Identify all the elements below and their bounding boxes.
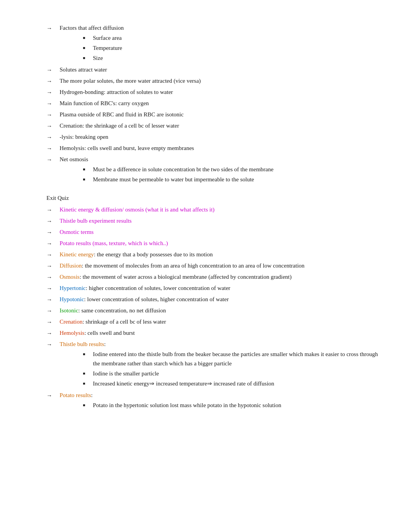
list-item: → The more polar solutes, the more water…	[46, 76, 379, 86]
sub-list: ■ Potato in the hypertonic solution lost…	[83, 401, 379, 410]
arrow-icon: →	[46, 155, 57, 164]
list-item: → Osmosis: the movement of water across …	[46, 272, 379, 282]
list-item: → Potato results (mass, texture, which i…	[46, 239, 379, 248]
sub-list-item: ■ Size	[83, 53, 379, 63]
list-item: → Crenation: the shrinkage of a cell bc …	[46, 121, 379, 131]
term-thistle-bulb-results: Thistle bulb results	[60, 341, 104, 347]
arrow-icon: →	[46, 110, 57, 119]
content-area: → Factors that affect diffusion ■ Surfac…	[46, 23, 379, 411]
sub-list-item: ■ Iodine is the smaller particle	[83, 369, 379, 378]
arrow-icon: →	[46, 295, 57, 304]
arrow-icon: →	[46, 76, 57, 86]
term-kinetic-energy: Kinetic energy	[60, 251, 94, 257]
term-hemolysis: Hemolysis	[60, 330, 84, 336]
arrow-icon: →	[46, 216, 57, 226]
bullet-icon: ■	[83, 53, 91, 61]
sub-list: ■ Surface area ■ Temperature ■ Size	[83, 33, 379, 63]
sub-list-item: ■ Must be a difference in solute concent…	[83, 165, 379, 174]
list-item: → Thistle bulb results: ■ Iodine entered…	[46, 339, 379, 389]
sub-list-item: ■ Surface area	[83, 33, 379, 43]
exit-quiz-section: Exit Quiz → Kinetic energy & diffusion/ …	[46, 193, 379, 411]
sub-list-item: ■ Increased kinetic energy⇒ increased te…	[83, 379, 379, 388]
arrow-icon: →	[46, 250, 57, 259]
arrow-icon: →	[46, 205, 57, 215]
arrow-icon: →	[46, 65, 57, 75]
list-item: → Hypotonic: lower concentration of solu…	[46, 295, 379, 304]
bullet-icon: ■	[83, 33, 91, 41]
top-section: → Factors that affect diffusion ■ Surfac…	[46, 23, 379, 185]
arrow-icon: →	[46, 339, 57, 349]
arrow-icon: →	[46, 143, 57, 153]
arrow-icon: →	[46, 272, 57, 282]
list-item: → Plasma outside of RBC and fluid in RBC…	[46, 110, 379, 119]
term-potato-results: Potato results	[60, 392, 91, 398]
bullet-icon: ■	[83, 379, 91, 387]
list-item: → Hemolysis: cells swell and burst	[46, 328, 379, 338]
arrow-icon: →	[46, 390, 57, 400]
item-text: Thistle bulb results: ■ Iodine entered i…	[60, 339, 379, 389]
list-item: → Main function of RBC's: carry oxygen	[46, 99, 379, 108]
list-item: → Diffusion: the movement of molecules f…	[46, 261, 379, 271]
bullet-icon: ■	[83, 43, 91, 51]
term-osmosis: Osmosis	[60, 274, 80, 280]
item-text: Factors that affect diffusion ■ Surface …	[60, 23, 379, 63]
sub-list-item: ■ Membrane must be permeable to water bu…	[83, 175, 379, 184]
sub-list-item: ■ Potato in the hypertonic solution lost…	[83, 401, 379, 410]
exit-quiz-label: Exit Quiz	[46, 193, 379, 203]
bullet-icon: ■	[83, 369, 91, 377]
sub-list: ■ Iodine entered into the thistle bulb f…	[83, 350, 379, 388]
bullet-icon: ■	[83, 401, 91, 408]
term-hypertonic: Hypertonic	[60, 285, 86, 291]
list-item: → -lysis: breaking open	[46, 132, 379, 142]
term-hypotonic: Hypotonic	[60, 296, 84, 302]
term-isotonic: Isotonic	[60, 307, 78, 314]
list-item: → Hemolysis: cells swell and burst, leav…	[46, 143, 379, 153]
sub-list-item: ■ Temperature	[83, 43, 379, 53]
list-item: → Osmotic terms	[46, 227, 379, 237]
list-item: → Crenation: shrinkage of a cell bc of l…	[46, 317, 379, 327]
arrow-icon: →	[46, 261, 57, 271]
item-text: Net osmosis ■ Must be a difference in so…	[60, 155, 379, 185]
arrow-icon: →	[46, 132, 57, 142]
list-item: → Hypertonic: higher concentration of so…	[46, 283, 379, 293]
list-item: → Thistle bulb experiment results	[46, 216, 379, 226]
sub-list-item: ■ Iodine entered into the thistle bulb f…	[83, 350, 379, 368]
list-item: → Net osmosis ■ Must be a difference in …	[46, 155, 379, 185]
list-item: → Isotonic: same concentration, no net d…	[46, 306, 379, 315]
list-item: → Solutes attract water	[46, 65, 379, 75]
list-item: → Potato results: ■ Potato in the hypert…	[46, 390, 379, 411]
arrow-icon: →	[46, 283, 57, 293]
arrow-icon: →	[46, 121, 57, 131]
arrow-icon: →	[46, 317, 57, 327]
sub-list: ■ Must be a difference in solute concent…	[83, 165, 379, 184]
arrow-icon: →	[46, 306, 57, 315]
arrow-icon: →	[46, 227, 57, 237]
bullet-icon: ■	[83, 350, 91, 357]
list-item: → Kinetic energy: the energy that a body…	[46, 250, 379, 259]
list-item: → Kinetic energy & diffusion/ osmosis (w…	[46, 205, 379, 215]
list-item: → Factors that affect diffusion ■ Surfac…	[46, 23, 379, 63]
arrow-icon: →	[46, 23, 57, 33]
item-text: Potato results: ■ Potato in the hyperton…	[60, 390, 379, 411]
bullet-icon: ■	[83, 165, 91, 172]
list-item: → Hydrogen-bonding: attraction of solute…	[46, 87, 379, 97]
arrow-icon: →	[46, 328, 57, 338]
term-diffusion: Diffusion	[60, 263, 82, 269]
term-crenation: Crenation	[60, 319, 82, 325]
arrow-icon: →	[46, 239, 57, 248]
arrow-icon: →	[46, 87, 57, 97]
arrow-icon: →	[46, 99, 57, 108]
bullet-icon: ■	[83, 175, 91, 182]
